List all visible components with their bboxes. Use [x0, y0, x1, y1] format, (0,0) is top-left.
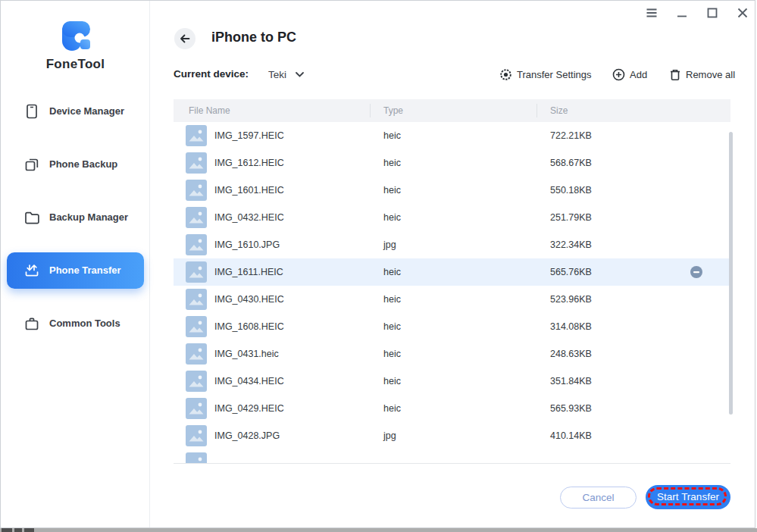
image-thumbnail-icon [186, 371, 207, 392]
table-row[interactable]: IMG_0434.HEIC heic 351.84KB [174, 368, 730, 395]
minus-circle-icon[interactable] [690, 266, 702, 278]
chevron-down-icon[interactable] [295, 71, 305, 78]
table-row[interactable]: IMG_0429.HEIC heic 565.93KB [174, 395, 730, 422]
column-type: Type [383, 99, 403, 122]
image-thumbnail-icon [186, 125, 207, 146]
maximize-icon[interactable] [705, 5, 720, 20]
table-row[interactable]: IMG_1601.HEIC heic 550.18KB [174, 177, 730, 204]
image-thumbnail-icon [186, 398, 207, 419]
sidebar-item-label: Phone Backup [49, 146, 117, 183]
column-file-name: File Name [189, 99, 230, 122]
arrow-left-icon [178, 32, 192, 45]
add-label: Add [630, 69, 647, 80]
cancel-button[interactable]: Cancel [560, 487, 637, 509]
smartphone-icon [23, 103, 40, 120]
table-row[interactable]: IMG_1610.JPG jpg 322.34KB [174, 231, 730, 258]
file-type: heic [383, 158, 401, 168]
transfer-icon [23, 262, 40, 279]
sidebar-item-label: Phone Transfer [49, 252, 121, 289]
table-row[interactable]: IMG_1608.HEIC heic 314.08KB [174, 313, 730, 340]
start-transfer-button[interactable]: Start Transfer [646, 485, 730, 509]
app-window: FoneTool Device Manager Phone Backup [0, 0, 755, 528]
file-size: 550.18KB [550, 185, 592, 196]
sidebar-item-device-manager[interactable]: Device Manager [7, 93, 144, 130]
image-thumbnail-icon [186, 289, 207, 310]
plus-circle-icon [612, 68, 625, 81]
table-row[interactable]: IMG_1612.HEIC heic 568.67KB [174, 149, 730, 177]
remove-all-button[interactable]: Remove all [669, 67, 735, 81]
image-thumbnail-icon [186, 207, 207, 228]
image-thumbnail-icon [186, 152, 207, 174]
file-type: heic [383, 130, 401, 141]
table-row[interactable]: IMG_0428.JPG jpg 410.14KB [174, 422, 730, 449]
file-size: 351.84KB [550, 376, 592, 386]
file-size: 568.67KB [550, 158, 592, 168]
fonetool-logo-icon [58, 19, 93, 54]
sidebar-item-backup-manager[interactable]: Backup Manager [7, 199, 144, 236]
file-name: IMG_1611.HEIC [214, 267, 283, 277]
table-header: File Name Type Size [174, 99, 730, 122]
sidebar: FoneTool Device Manager Phone Backup [1, 1, 150, 527]
current-device-label: Current device: [174, 68, 249, 80]
file-type: heic [383, 185, 401, 196]
file-name: IMG_0428.JPG [214, 430, 280, 441]
file-name: IMG_1608.HEIC [214, 321, 284, 332]
transfer-settings-label: Transfer Settings [517, 69, 592, 80]
close-icon[interactable] [735, 5, 750, 20]
current-device-value[interactable]: Teki [268, 69, 286, 80]
gear-icon [499, 68, 512, 81]
background-window-strip [0, 528, 757, 532]
column-size: Size [550, 99, 568, 122]
file-name: IMG_1612.HEIC [214, 158, 284, 168]
menu-icon[interactable] [644, 5, 659, 20]
file-name: IMG_1610.JPG [214, 239, 280, 250]
table-row[interactable]: IMG_0431.heic heic 248.63KB [174, 340, 730, 368]
image-thumbnail-icon [186, 343, 207, 365]
file-type: heic [383, 321, 401, 332]
file-size: 565.93KB [550, 403, 592, 414]
image-thumbnail-icon [186, 234, 207, 255]
sidebar-item-label: Common Tools [49, 305, 120, 342]
file-type: heic [383, 294, 401, 305]
file-type: heic [383, 267, 401, 277]
file-size: 248.63KB [550, 349, 592, 359]
file-name: IMG_0434.HEIC [214, 376, 284, 386]
file-size: 523.96KB [550, 294, 592, 305]
file-name: IMG_0432.HEIC [214, 212, 284, 223]
table-row[interactable]: IMG_1597.HEIC heic 722.21KB [174, 122, 730, 149]
transfer-settings-button[interactable]: Transfer Settings [499, 67, 592, 81]
back-button[interactable] [174, 28, 196, 49]
file-name: IMG_1597.HEIC [214, 130, 284, 141]
sidebar-item-phone-backup[interactable]: Phone Backup [7, 146, 144, 183]
file-name: IMG_0430.HEIC [214, 294, 284, 305]
sidebar-item-label: Backup Manager [49, 199, 128, 236]
trash-icon [669, 68, 681, 81]
file-list: IMG_1597.HEIC heic 722.21KB IMG_1612.HEI… [174, 122, 730, 463]
table-row[interactable]: IMG_0432.HEIC heic 251.79KB [174, 204, 730, 231]
file-size: 251.79KB [550, 212, 592, 223]
file-size: 722.21KB [550, 130, 592, 141]
file-size: 565.76KB [550, 267, 592, 277]
footer-divider [174, 463, 730, 464]
sidebar-item-phone-transfer[interactable]: Phone Transfer [7, 252, 144, 289]
table-row[interactable]: IMG_0430.HEIC heic 523.96KB [174, 286, 730, 313]
file-size: 410.14KB [550, 430, 592, 441]
sidebar-item-common-tools[interactable]: Common Tools [7, 305, 144, 342]
start-transfer-label: Start Transfer [657, 491, 719, 502]
minimize-icon[interactable] [674, 5, 690, 20]
column-divider [370, 104, 371, 117]
file-type: jpg [383, 239, 396, 250]
table-row[interactable]: IMG_1611.HEIC heic 565.76KB [174, 258, 730, 286]
briefcase-icon [23, 315, 40, 332]
brand-name: FoneTool [1, 57, 150, 72]
file-type: jpg [383, 430, 396, 441]
file-type: heic [383, 212, 401, 223]
add-button[interactable]: Add [612, 67, 647, 81]
column-divider [536, 104, 537, 117]
scrollbar-thumb[interactable] [729, 132, 733, 415]
sidebar-item-label: Device Manager [49, 93, 124, 130]
image-thumbnail-icon [186, 316, 207, 337]
file-name: IMG_0429.HEIC [214, 403, 284, 414]
page-title: iPhone to PC [211, 30, 296, 45]
image-thumbnail-icon [186, 180, 207, 201]
